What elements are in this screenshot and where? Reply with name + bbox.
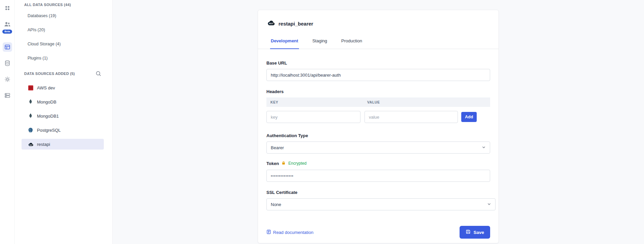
save-button-label: Save — [473, 230, 484, 235]
datasources-added-header: DATA SOURCES ADDED (5) — [15, 67, 112, 81]
sidebar-item-cloud-storage[interactable]: Cloud Storage (4) — [15, 37, 112, 51]
base-url-section: Base URL — [266, 60, 490, 81]
datasource-label: PostgreSQL — [37, 128, 61, 133]
save-button[interactable]: Save — [460, 226, 490, 239]
base-url-label: Base URL — [266, 60, 490, 66]
auth-type-select[interactable]: Bearer — [266, 141, 490, 154]
svg-text:REST: REST — [269, 23, 273, 25]
token-section: Token Encrypted — [266, 160, 490, 182]
icon-rail: Beta — [0, 0, 15, 244]
token-label-row: Token Encrypted — [266, 160, 490, 166]
page-title: restapi_bearer — [278, 21, 313, 27]
apps-grid-icon[interactable] — [3, 4, 11, 12]
datasources-icon[interactable] — [3, 42, 12, 52]
sidebar-item-aws-dev[interactable]: AWS dev — [15, 81, 112, 95]
datasources-added-label: DATA SOURCES ADDED (5) — [24, 72, 75, 76]
sidebar-item-postgresql[interactable]: PostgreSQL — [15, 123, 112, 137]
key-column-header: KEY — [266, 100, 364, 104]
card-footer: Read documentation Save — [266, 226, 490, 239]
all-datasources-header: ALL DATA SOURCES (44) — [15, 1, 112, 9]
ssl-value: None — [271, 202, 281, 207]
read-documentation-link[interactable]: Read documentation — [266, 230, 313, 235]
restapi-icon: REST — [28, 141, 34, 147]
app-root: Beta ALL — [0, 0, 644, 244]
storage-icon[interactable] — [3, 91, 11, 99]
sidebar-item-restapi[interactable]: REST restapi — [15, 137, 112, 151]
main-content: REST restapi_bearer Development Staging … — [113, 0, 644, 244]
header-key-input[interactable] — [266, 111, 360, 123]
token-input[interactable] — [266, 170, 490, 182]
postgresql-icon — [28, 127, 34, 133]
tab-development[interactable]: Development — [270, 36, 299, 49]
chevron-down-icon — [487, 202, 491, 207]
ssl-label: SSL Certificate — [266, 190, 490, 195]
beta-badge: Beta — [2, 30, 12, 34]
headers-input-row: Add — [266, 111, 490, 123]
ssl-section: SSL Certificate None — [266, 190, 490, 210]
ssl-certificate-select[interactable]: None — [266, 198, 496, 210]
sidebar-item-plugins[interactable]: Plugins (1) — [15, 51, 112, 65]
auth-type-section: Authentication Type Bearer — [266, 133, 490, 154]
queries-icon[interactable] — [3, 59, 11, 67]
svg-text:REST: REST — [29, 144, 33, 146]
datasources-sidebar: ALL DATA SOURCES (44) Databases (19) API… — [15, 0, 113, 244]
lock-icon — [282, 160, 286, 166]
headers-section: Headers KEY VALUE Add — [266, 89, 490, 123]
add-header-button[interactable]: Add — [461, 112, 477, 122]
sidebar-item-databases[interactable]: Databases (19) — [15, 9, 112, 23]
header-value-input[interactable] — [364, 111, 458, 123]
chevron-down-icon — [482, 145, 486, 150]
settings-gear-icon[interactable] — [3, 75, 11, 83]
document-icon — [266, 230, 271, 235]
card-header: REST restapi_bearer — [266, 10, 490, 28]
datasource-label: MongoDB1 — [37, 114, 59, 119]
datasource-config-card: REST restapi_bearer Development Staging … — [258, 10, 499, 243]
auth-type-label: Authentication Type — [266, 133, 490, 138]
headers-table-head: KEY VALUE — [266, 97, 490, 107]
tab-production[interactable]: Production — [341, 36, 363, 49]
mongodb-icon — [28, 113, 34, 119]
search-icon[interactable] — [94, 69, 103, 78]
base-url-input[interactable] — [266, 69, 490, 81]
tab-staging[interactable]: Staging — [312, 36, 328, 49]
aws-icon — [28, 85, 34, 90]
headers-label: Headers — [266, 89, 490, 94]
datasource-label: restapi — [37, 142, 50, 147]
value-column-header: VALUE — [364, 100, 380, 104]
datasource-label: AWS dev — [37, 85, 55, 90]
token-label: Token — [266, 161, 279, 166]
auth-type-value: Bearer — [271, 145, 284, 150]
restapi-icon: REST — [266, 20, 275, 27]
read-documentation-label: Read documentation — [273, 230, 313, 235]
environment-tabs: Development Staging Production — [258, 36, 499, 49]
encrypted-badge: Encrypted — [288, 161, 306, 166]
sidebar-item-mongodb[interactable]: MongoDB — [15, 95, 112, 109]
sidebar-item-mongodb1[interactable]: MongoDB1 — [15, 109, 112, 123]
datasource-label: MongoDB — [37, 99, 56, 105]
save-icon — [466, 229, 471, 235]
mongodb-icon — [28, 99, 34, 105]
sidebar-item-apis[interactable]: APIs (20) — [15, 23, 112, 37]
users-icon[interactable] — [3, 20, 11, 28]
